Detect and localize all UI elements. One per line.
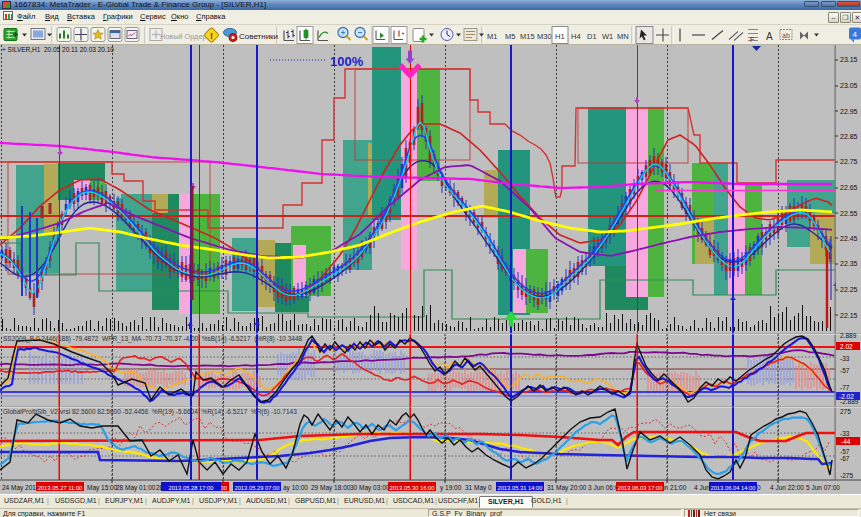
svg-text:2013.05.27 11:00: 2013.05.27 11:00 bbox=[38, 485, 83, 491]
svg-text:23.05: 23.05 bbox=[840, 82, 858, 89]
svg-text:4 Jun 22:00: 4 Jun 22:00 bbox=[770, 484, 804, 491]
svg-text:0: 0 bbox=[757, 484, 761, 491]
svg-text:22.85: 22.85 bbox=[840, 133, 858, 140]
svg-text:22.45: 22.45 bbox=[840, 235, 858, 242]
svg-text:Новый Ордер: Новый Ордер bbox=[160, 32, 207, 41]
svg-text:24 May 2013: 24 May 2013 bbox=[2, 484, 40, 492]
svg-text:-57: -57 bbox=[840, 448, 850, 455]
svg-text:4 Jun: 4 Jun bbox=[694, 484, 710, 491]
svg-text:GlobalProfitSib_V2-vrsi 82.560: GlobalProfitSib_V2-vrsi 82.5600 82.5600 … bbox=[3, 408, 297, 416]
svg-text:ay 10:00: ay 10:00 bbox=[283, 484, 308, 492]
svg-text:5 Jun 07:00: 5 Jun 07:00 bbox=[806, 484, 840, 491]
svg-text:31 May 0: 31 May 0 bbox=[465, 484, 492, 492]
svg-text:31 May 20:00: 31 May 20:00 bbox=[547, 484, 587, 492]
svg-text:Советники: Советники bbox=[239, 32, 278, 41]
svg-text:-33: -33 bbox=[840, 430, 850, 437]
svg-text:2.889: 2.889 bbox=[840, 332, 857, 339]
svg-text:22.75: 22.75 bbox=[840, 158, 858, 165]
svg-text:2013.06.04 14:00: 2013.06.04 14:00 bbox=[710, 485, 755, 491]
svg-text:May 15:00: May 15:00 bbox=[87, 484, 118, 492]
svg-text:22.55: 22.55 bbox=[840, 210, 858, 217]
svg-text:22.95: 22.95 bbox=[840, 108, 858, 115]
svg-text:ab: ab bbox=[782, 32, 790, 39]
svg-text:2013.05.28 17:00: 2013.05.28 17:00 bbox=[168, 485, 213, 491]
svg-text:F: F bbox=[750, 36, 754, 43]
svg-text:22.25: 22.25 bbox=[840, 286, 858, 293]
svg-text:W1: W1 bbox=[602, 32, 613, 41]
svg-text:-77: -77 bbox=[840, 384, 850, 391]
svg-text:-33: -33 bbox=[840, 355, 850, 362]
svg-text:22.65: 22.65 bbox=[840, 184, 858, 191]
svg-text:H4: H4 bbox=[571, 32, 581, 41]
svg-text:2.02: 2.02 bbox=[840, 343, 853, 350]
svg-text:+ SILVER,H1 20.05 20.11 20.03: + SILVER,H1 20.05 20.11 20.03 20.10 bbox=[2, 46, 114, 53]
svg-text:100%: 100% bbox=[330, 54, 364, 69]
svg-text:2013.05.30 16:00: 2013.05.30 16:00 bbox=[389, 485, 434, 491]
svg-text:275: 275 bbox=[840, 408, 851, 415]
svg-text:-44: -44 bbox=[841, 438, 851, 445]
svg-text:M15: M15 bbox=[520, 32, 535, 41]
svg-text:2013.06.03 17:00: 2013.06.03 17:00 bbox=[617, 485, 662, 491]
svg-text:4: 4 bbox=[853, 30, 858, 39]
svg-text:2013.05.29 07:00: 2013.05.29 07:00 bbox=[234, 485, 279, 491]
svg-text:D1: D1 bbox=[587, 32, 597, 41]
svg-text:-57: -57 bbox=[840, 367, 850, 374]
svg-text:!: ! bbox=[210, 31, 213, 41]
svg-text:M30: M30 bbox=[537, 32, 552, 41]
svg-text:y 19:00: y 19:00 bbox=[440, 484, 462, 492]
svg-text:-67: -67 bbox=[840, 455, 850, 462]
svg-text:un 21:00: un 21:00 bbox=[661, 484, 687, 491]
svg-text:M5: M5 bbox=[505, 32, 515, 41]
svg-text:-2.02: -2.02 bbox=[839, 393, 854, 400]
svg-text:H1: H1 bbox=[555, 32, 565, 41]
svg-text:29 May 18:00: 29 May 18:00 bbox=[311, 484, 351, 492]
svg-text:-275: -275 bbox=[840, 472, 853, 479]
svg-text:23.15: 23.15 bbox=[840, 56, 858, 63]
svg-text:MN: MN bbox=[617, 32, 629, 41]
svg-text:A: A bbox=[766, 31, 773, 42]
svg-text:M1: M1 bbox=[487, 32, 497, 41]
svg-text:22.15: 22.15 bbox=[840, 312, 858, 319]
svg-text:28 May 01:00: 28 May 01:00 bbox=[116, 484, 156, 492]
svg-text:30 May 03:00: 30 May 03:00 bbox=[350, 484, 390, 492]
svg-text:2013.05.31 14:00: 2013.05.31 14:00 bbox=[497, 485, 542, 491]
svg-text:22.35: 22.35 bbox=[840, 260, 858, 267]
